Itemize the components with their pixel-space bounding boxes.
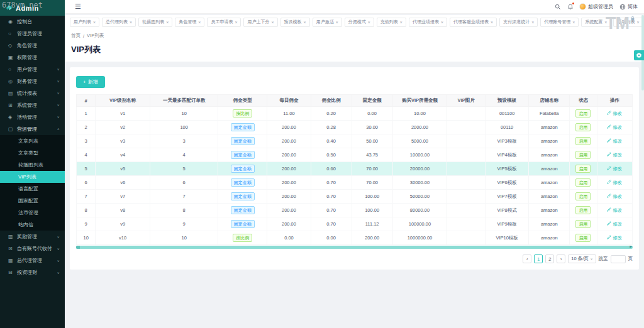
add-button[interactable]: + 新增 [76, 76, 105, 88]
edit-button[interactable]: 修改 [607, 194, 622, 200]
tab-close-icon[interactable]: × [604, 20, 607, 25]
edit-button[interactable]: 修改 [607, 180, 622, 186]
sidebar-item-users[interactable]: ○用户管理∨ [0, 63, 65, 75]
edit-button[interactable]: 修改 [607, 235, 622, 241]
jump-page-input[interactable] [611, 255, 626, 263]
sidebar-item-reward[interactable]: ▥奖励管理∨ [0, 231, 65, 243]
pagination-prev-button[interactable]: ‹ [523, 254, 531, 263]
tab-close-icon[interactable]: × [130, 20, 132, 25]
pagination-page-1[interactable]: 1 [534, 254, 543, 263]
tab-员工申请表[interactable]: 员工申请表× [207, 18, 241, 27]
tab-close-icon[interactable]: × [93, 20, 96, 25]
cell-commission-type: 固定金额 [218, 217, 267, 231]
cell-vip-price: 20000.00 [392, 162, 447, 176]
edit-button[interactable]: 修改 [607, 138, 622, 145]
edit-button[interactable]: 修改 [607, 152, 622, 158]
edit-button[interactable]: 修改 [607, 207, 622, 214]
pencil-icon [607, 124, 611, 130]
cell-fixed-amount: 100.00 [352, 204, 392, 217]
sidebar-item-invest[interactable]: ⊟投资理财∨ [0, 266, 65, 278]
tab-close-icon[interactable]: × [368, 20, 370, 25]
tab-代理业绩报表[interactable]: 代理业绩报表× [409, 18, 447, 27]
tab-label: 员工申请表 [211, 19, 233, 25]
sidebar-item-console[interactable]: ◉控制台 [0, 16, 65, 28]
cell-index: 4 [77, 148, 96, 162]
tab-close-icon[interactable]: × [304, 20, 306, 25]
scrollbar-thumb[interactable] [76, 246, 80, 249]
horizontal-scrollbar[interactable]: ▶ [76, 246, 633, 249]
tab-角色管理[interactable]: 角色管理× [175, 18, 204, 27]
tab-用户激活[interactable]: 用户激活× [313, 18, 342, 27]
edit-button[interactable]: 修改 [607, 111, 622, 117]
tab-close-icon[interactable]: × [400, 20, 402, 25]
tab-close-icon[interactable]: × [491, 20, 493, 25]
sidebar-item-country-config[interactable]: 国家配置 [0, 195, 65, 207]
commission-type-badge: 固定金额 [231, 178, 255, 187]
tab-close-icon[interactable]: × [572, 20, 575, 25]
settings-gear-button[interactable] [634, 50, 644, 60]
tab-支付渠道统计[interactable]: 支付渠道统计× [499, 18, 538, 27]
tab-用户上下分[interactable]: 用户上下分× [243, 18, 277, 27]
sidebar-item-site-message[interactable]: 站内信 [0, 219, 65, 231]
tab-预设模板[interactable]: 预设模板× [280, 18, 310, 27]
sidebar-item-article-type[interactable]: 文章类型 [0, 147, 65, 159]
sidebar-item-language-config[interactable]: 语言配置 [0, 183, 65, 195]
sidebar-item-system[interactable]: ⊞系统管理∨ [0, 99, 65, 111]
tab-总代理列表[interactable]: 总代理列表× [102, 18, 136, 27]
sidebar-item-vip-list[interactable]: VIP列表 [0, 171, 65, 183]
tab-系统配置[interactable]: 系统配置× [581, 18, 611, 27]
sidebar-item-permissions[interactable]: ▣权限管理 [0, 52, 65, 63]
sidebar-item-activity[interactable]: ◈活动管理∨ [0, 111, 65, 123]
cell-daily-commission: 200.00 [267, 162, 311, 176]
cell-shop-name: amazon [529, 148, 570, 162]
tab-close-icon[interactable]: × [636, 20, 639, 25]
sidebar-item-general-agent[interactable]: ▦总代理管理∨ [0, 254, 65, 266]
cell-template: VIP6模板 [485, 176, 528, 190]
tab-充值列表[interactable]: 充值列表× [377, 18, 406, 27]
tab-close-icon[interactable]: × [235, 20, 237, 25]
page-title: VIP列表 [71, 44, 638, 55]
tab-close-icon[interactable]: × [336, 20, 338, 25]
sidebar-item-currency[interactable]: 法币管理 [0, 207, 65, 219]
scroll-right-arrow-icon[interactable]: ▶ [630, 244, 632, 248]
sidebar-item-banner-list[interactable]: 轮播图列表 [0, 159, 65, 171]
vertical-scrollbar[interactable] [641, 15, 644, 328]
sidebar-item-roles[interactable]: ◇角色管理 [0, 40, 65, 52]
user-menu[interactable]: 超级管理员 [579, 3, 613, 10]
sidebar-item-article-list[interactable]: 文章列表 [0, 135, 65, 147]
tab-代理账号管理[interactable]: 代理账号管理× [540, 18, 579, 27]
tab-用户列表[interactable]: 用户列表× [70, 18, 99, 27]
search-icon[interactable] [554, 3, 561, 10]
sidebar-item-admins[interactable]: ○管理员管理 [0, 28, 65, 40]
tab-活动列表[interactable]: 活动列表× [613, 18, 643, 27]
edit-button[interactable]: 修改 [607, 221, 622, 227]
language-switcher[interactable]: 简体 [619, 3, 638, 10]
notification-bell-icon[interactable] [567, 3, 574, 10]
edit-button[interactable]: 修改 [607, 124, 622, 131]
tab-close-icon[interactable]: × [198, 20, 201, 25]
tab-代理客服业绩报表[interactable]: 代理客服业绩报表× [450, 18, 497, 27]
sidebar-item-operation[interactable]: ▢营运管理∧ [0, 123, 65, 135]
cell-commission-type: 固定金额 [218, 162, 267, 176]
sidebar-item-own-account[interactable]: ⊡自有账号代收付∨ [0, 243, 65, 254]
page-size-select[interactable]: 10 条/页 ∨ [568, 254, 596, 263]
pagination-next-button[interactable]: › [557, 254, 565, 263]
tab-close-icon[interactable]: × [166, 20, 169, 25]
sidebar-item-label: 语言配置 [18, 185, 38, 192]
table-row: 5v55固定金额200.000.6070.0020000.00VIP5模板ama… [77, 162, 633, 176]
sidebar-item-finance[interactable]: ◎财务管理∨ [0, 75, 65, 87]
sidebar-item-reports[interactable]: ▤统计报表∨ [0, 87, 65, 99]
cell-commission-type: 固定金额 [218, 176, 267, 190]
tab-close-icon[interactable]: × [441, 20, 443, 25]
breadcrumb-home[interactable]: 首页 [71, 33, 80, 39]
hamburger-icon[interactable]: ☰ [75, 3, 81, 10]
tab-close-icon[interactable]: × [271, 20, 274, 25]
pagination-page-2[interactable]: 2 [545, 254, 554, 263]
edit-button[interactable]: 修改 [607, 166, 622, 172]
tab-轮播图列表[interactable]: 轮播图列表× [138, 18, 172, 27]
logo[interactable]: Admin [0, 0, 65, 16]
tab-分佣模式[interactable]: 分佣模式× [345, 18, 374, 27]
tab-close-icon[interactable]: × [531, 20, 534, 25]
column-header: 店铺名称 [529, 95, 570, 107]
topbar-right: 超级管理员 简体 [554, 3, 638, 10]
